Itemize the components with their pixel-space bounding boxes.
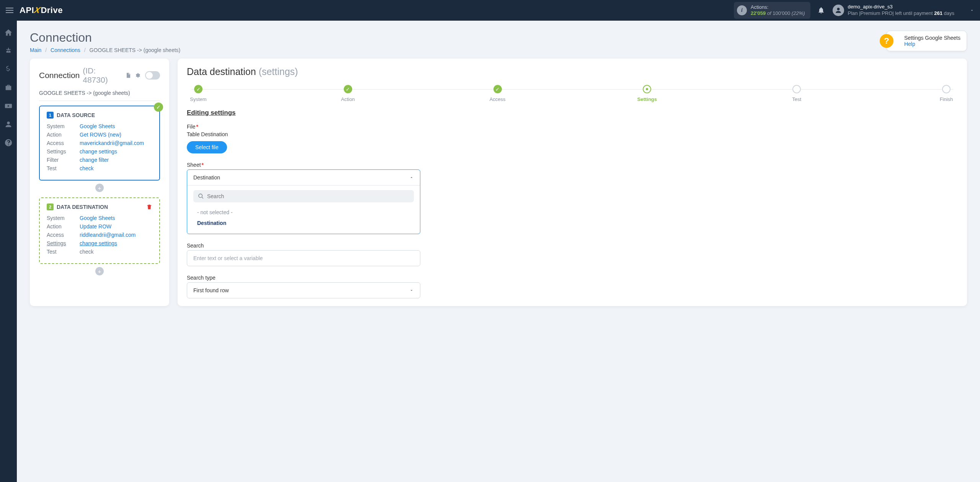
conn-heading: Connection: [39, 71, 80, 80]
src-test[interactable]: check: [80, 165, 94, 171]
help-icon[interactable]: [4, 138, 13, 147]
dst-access[interactable]: riddleandrii@gmail.com: [80, 232, 136, 238]
sheet-search: [193, 190, 414, 202]
search-input[interactable]: [187, 250, 420, 266]
youtube-icon[interactable]: [4, 102, 13, 110]
file-value: Table Destination: [187, 131, 958, 137]
help-link[interactable]: Help: [904, 41, 960, 47]
conn-sub: GOOGLE SHEETS -> (google sheets): [39, 90, 160, 101]
destination-settings-panel: Data destination (settings) ✓System ✓Act…: [178, 59, 967, 306]
help-box: ? Settings Google Sheets Help: [886, 31, 967, 51]
data-source-box: ✓ 1DATA SOURCE SystemGoogle Sheets Actio…: [39, 106, 160, 181]
step-test[interactable]: [792, 85, 801, 93]
sheet-search-input[interactable]: [207, 193, 409, 199]
sheet-option-destination[interactable]: Destination: [193, 218, 414, 228]
crumb-connections[interactable]: Connections: [51, 47, 80, 53]
actions-counter[interactable]: i Actions: 22'059 of 100'000 (22%): [734, 2, 810, 18]
dst-test: check: [80, 249, 94, 255]
bell-icon[interactable]: [817, 7, 825, 14]
dst-settings[interactable]: change settings: [80, 240, 117, 246]
user-plan: Plan |Premium PRO| left until payment 26…: [848, 10, 954, 17]
chevron-up-icon: [409, 175, 414, 180]
step-finish[interactable]: [942, 85, 951, 93]
step-system[interactable]: ✓: [194, 85, 203, 93]
enable-toggle[interactable]: [145, 71, 160, 80]
dest-title: Data destination: [187, 66, 256, 77]
connection-panel: Connection (ID: 48730) GOOGLE SHEETS -> …: [30, 59, 169, 306]
src-system[interactable]: Google Sheets: [80, 123, 115, 129]
check-icon: ✓: [154, 103, 163, 112]
conn-id: (ID: 48730): [83, 66, 122, 85]
src-filter[interactable]: change filter: [80, 157, 109, 163]
avatar-icon: [833, 5, 844, 16]
logo[interactable]: APIXDrive: [20, 5, 63, 15]
select-file-button[interactable]: Select file: [187, 141, 227, 153]
sidenav: [0, 21, 17, 482]
actions-label: Actions:: [751, 4, 805, 10]
step-action[interactable]: ✓: [344, 85, 352, 93]
data-destination-box: 2 DATA DESTINATION SystemGoogle Sheets A…: [39, 197, 160, 264]
crumb-main[interactable]: Main: [30, 47, 41, 53]
sheet-select-toggle[interactable]: Destination: [187, 170, 420, 186]
crumb-current: GOOGLE SHEETS -> (google sheets): [90, 47, 181, 53]
gear-icon[interactable]: [134, 72, 140, 78]
add-after-button[interactable]: +: [95, 267, 104, 275]
document-icon[interactable]: [125, 72, 131, 78]
briefcase-icon[interactable]: [4, 83, 13, 92]
sheet-option-none[interactable]: - not selected -: [193, 207, 414, 218]
search-icon: [198, 193, 204, 199]
editing-settings-heading: Editing settings: [187, 109, 958, 117]
stepper: ✓System ✓Action ✓Access Settings Test Fi…: [187, 85, 958, 102]
chevron-down-icon: [970, 8, 974, 13]
step-settings[interactable]: [643, 85, 651, 93]
trash-icon[interactable]: [146, 204, 152, 210]
dst-action[interactable]: Update ROW: [80, 223, 111, 230]
dollar-icon[interactable]: [4, 65, 13, 73]
chevron-down-icon: [409, 288, 414, 293]
home-icon[interactable]: [4, 28, 13, 37]
sheet-select: Destination - not selected - Destination: [187, 169, 420, 234]
src-access[interactable]: maverickandrii@gmail.com: [80, 140, 144, 146]
step-access[interactable]: ✓: [493, 85, 502, 93]
sitemap-icon[interactable]: [4, 47, 13, 55]
hamburger-menu[interactable]: [6, 6, 15, 15]
src-action[interactable]: Get ROWS (new): [80, 132, 121, 138]
help-question-icon[interactable]: ?: [880, 34, 893, 48]
user-name: demo_apix-drive_s3: [848, 4, 954, 10]
info-icon: i: [737, 5, 747, 15]
src-settings[interactable]: change settings: [80, 148, 117, 155]
user-icon[interactable]: [4, 120, 13, 129]
dst-system[interactable]: Google Sheets: [80, 215, 115, 221]
add-between-button[interactable]: +: [95, 184, 104, 192]
page-title: Connection: [30, 31, 180, 45]
search-type-select[interactable]: First found row: [187, 282, 420, 298]
user-menu[interactable]: demo_apix-drive_s3 Plan |Premium PRO| le…: [833, 4, 974, 17]
breadcrumb: Main / Connections / GOOGLE SHEETS -> (g…: [30, 47, 180, 53]
topbar: APIXDrive i Actions: 22'059 of 100'000 (…: [0, 0, 980, 21]
